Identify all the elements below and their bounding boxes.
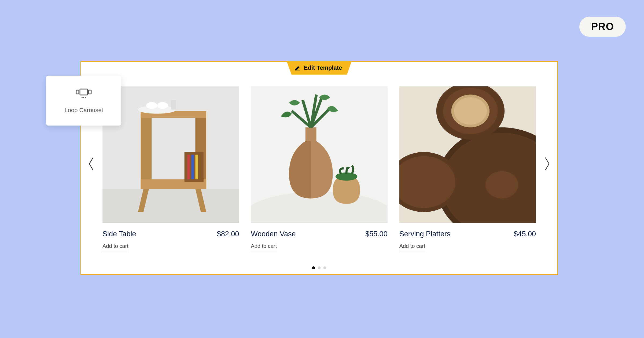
pagination-dot[interactable] — [312, 266, 315, 269]
svg-rect-32 — [89, 90, 91, 94]
svg-rect-2 — [141, 114, 152, 189]
widget-card[interactable]: Loop Carousel — [46, 76, 121, 126]
svg-point-29 — [454, 97, 487, 125]
svg-rect-10 — [191, 155, 194, 179]
svg-point-13 — [146, 102, 157, 109]
svg-rect-1 — [102, 189, 239, 223]
product-name: Side Table — [102, 230, 136, 238]
product-meta: Side Table $82.00 — [102, 230, 239, 238]
carousel-next-button[interactable] — [543, 156, 551, 169]
product-name: Wooden Vase — [251, 230, 296, 238]
product-name: Serving Platters — [399, 230, 451, 238]
svg-point-34 — [83, 97, 84, 98]
product-price: $45.00 — [514, 230, 536, 238]
svg-rect-30 — [80, 89, 87, 95]
product-price: $82.00 — [217, 230, 239, 238]
svg-point-12 — [138, 105, 176, 114]
svg-point-23 — [485, 171, 518, 199]
edit-template-label: Edit Template — [304, 64, 342, 71]
carousel-pagination — [312, 266, 326, 269]
loop-carousel-icon — [75, 87, 93, 100]
svg-rect-11 — [195, 155, 198, 179]
svg-point-35 — [85, 97, 86, 98]
product-image[interactable] — [399, 86, 536, 223]
product-card: Serving Platters $45.00 Add to cart — [399, 86, 536, 251]
svg-rect-15 — [171, 100, 176, 110]
add-to-cart-link[interactable]: Add to cart — [251, 243, 277, 251]
pencil-icon — [295, 65, 301, 71]
pagination-dot[interactable] — [318, 266, 321, 269]
svg-point-14 — [157, 102, 168, 109]
product-meta: Wooden Vase $55.00 — [251, 230, 387, 238]
product-image[interactable] — [251, 86, 387, 223]
svg-rect-31 — [76, 90, 79, 94]
pro-badge: PRO — [579, 17, 626, 37]
add-to-cart-link[interactable]: Add to cart — [399, 243, 425, 251]
product-meta: Serving Platters $45.00 — [399, 230, 536, 238]
add-to-cart-link[interactable]: Add to cart — [102, 243, 128, 251]
product-image[interactable] — [102, 86, 239, 223]
widget-label: Loop Carousel — [64, 107, 103, 114]
products-row: Side Table $82.00 Add to cart — [102, 86, 536, 251]
product-price: $55.00 — [365, 230, 388, 238]
product-card: Side Table $82.00 Add to cart — [102, 86, 239, 251]
edit-template-button[interactable]: Edit Template — [287, 61, 352, 75]
carousel-prev-button[interactable] — [87, 156, 95, 169]
svg-rect-9 — [187, 155, 190, 179]
product-card: Wooden Vase $55.00 Add to cart — [251, 86, 387, 251]
pagination-dot[interactable] — [323, 266, 326, 269]
carousel-frame: Edit Template — [80, 61, 558, 275]
svg-point-33 — [82, 97, 83, 98]
